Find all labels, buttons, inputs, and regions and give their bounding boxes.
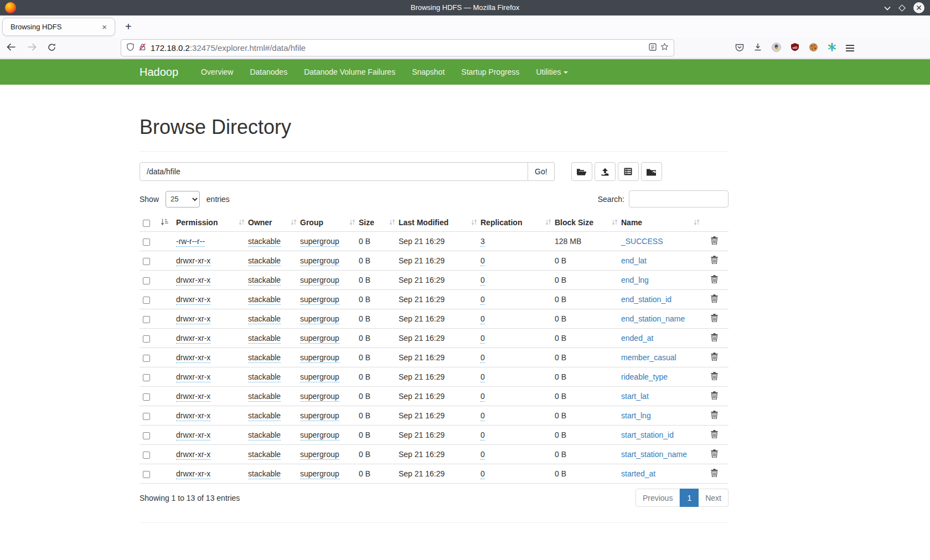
nav-item-datanodes[interactable]: Datanodes [241, 68, 296, 76]
group-cell[interactable]: supergroup [300, 469, 339, 479]
col-block-size[interactable]: Block Size [555, 214, 621, 232]
extension-asterisk-icon[interactable] [828, 43, 836, 54]
set-quota-button[interactable] [618, 162, 639, 181]
file-link[interactable]: start_lng [621, 411, 651, 420]
row-checkbox[interactable] [143, 258, 150, 265]
navbar-brand[interactable]: Hadoop [140, 66, 178, 79]
row-checkbox[interactable] [143, 413, 150, 420]
file-link[interactable]: ended_at [621, 334, 653, 343]
file-link[interactable]: end_lat [621, 256, 647, 265]
owner-cell[interactable]: stackable [248, 353, 281, 363]
file-link[interactable]: end_station_id [621, 295, 671, 304]
window-minimize-icon[interactable] [884, 3, 891, 13]
trash-icon[interactable] [711, 275, 718, 285]
replication-cell[interactable]: 0 [480, 450, 485, 460]
owner-cell[interactable]: stackable [248, 276, 281, 286]
ublock-icon[interactable]: uO [790, 43, 799, 54]
replication-cell[interactable]: 0 [480, 411, 485, 421]
insecure-lock-icon[interactable] [138, 43, 147, 54]
url-bar[interactable]: 172.18.0.2:32475/explorer.html#/data/hfi… [121, 39, 674, 56]
bookmark-star-icon[interactable] [660, 43, 669, 53]
group-cell[interactable]: supergroup [300, 276, 339, 286]
directory-path-input[interactable] [140, 162, 528, 181]
permission-cell[interactable]: -rw-r--r-- [176, 237, 205, 247]
nav-utilities[interactable]: Utilities [528, 68, 576, 76]
select-all-checkbox[interactable] [143, 220, 150, 227]
owner-cell[interactable]: stackable [248, 411, 281, 421]
replication-cell[interactable]: 0 [480, 276, 485, 286]
permission-cell[interactable]: drwxr-xr-x [176, 392, 210, 402]
replication-cell[interactable]: 0 [480, 353, 485, 363]
file-link[interactable]: member_casual [621, 353, 676, 362]
col-size[interactable]: Size [359, 214, 399, 232]
permission-cell[interactable]: drwxr-xr-x [176, 353, 210, 363]
replication-cell[interactable]: 0 [480, 469, 485, 479]
replication-cell[interactable]: 0 [480, 314, 485, 324]
window-close-icon[interactable] [913, 2, 924, 13]
nav-item-snapshot[interactable]: Snapshot [404, 68, 453, 76]
nav-item-startup-progress[interactable]: Startup Progress [453, 68, 528, 76]
group-cell[interactable]: supergroup [300, 431, 339, 440]
sort-active-icon[interactable] [161, 219, 168, 227]
replication-cell[interactable]: 0 [480, 392, 485, 402]
trash-icon[interactable] [711, 294, 718, 304]
back-icon[interactable] [7, 43, 16, 53]
group-cell[interactable]: supergroup [300, 314, 339, 324]
cookie-icon[interactable] [809, 43, 818, 54]
file-link[interactable]: end_station_name [621, 314, 685, 323]
group-cell[interactable]: supergroup [300, 392, 339, 402]
go-button[interactable]: Go! [528, 162, 555, 181]
group-cell[interactable]: supergroup [300, 256, 339, 266]
owner-cell[interactable]: stackable [248, 372, 281, 382]
replication-cell[interactable]: 0 [480, 431, 485, 440]
trash-icon[interactable] [711, 391, 718, 401]
create-directory-button[interactable] [571, 162, 592, 181]
reload-icon[interactable] [48, 43, 56, 54]
file-link[interactable]: started_at [621, 469, 655, 478]
permission-cell[interactable]: drwxr-xr-x [176, 450, 210, 460]
replication-cell[interactable]: 0 [480, 256, 485, 266]
permission-cell[interactable]: drwxr-xr-x [176, 334, 210, 344]
search-input[interactable] [629, 190, 728, 208]
new-tab-button[interactable]: + [122, 20, 135, 33]
pagination-page-1[interactable]: 1 [680, 489, 699, 507]
pagination-next[interactable]: Next [699, 489, 728, 507]
row-checkbox[interactable] [143, 471, 150, 478]
reader-mode-icon[interactable] [649, 43, 657, 53]
forward-icon[interactable] [27, 43, 37, 53]
owner-cell[interactable]: stackable [248, 295, 281, 305]
tracking-shield-icon[interactable] [126, 43, 135, 54]
permission-cell[interactable]: drwxr-xr-x [176, 372, 210, 382]
file-link[interactable]: rideable_type [621, 372, 668, 381]
trash-icon[interactable] [711, 449, 718, 459]
window-maximize-icon[interactable] [898, 4, 906, 12]
trash-icon[interactable] [711, 469, 718, 479]
owner-cell[interactable]: stackable [248, 237, 281, 247]
replication-cell[interactable]: 0 [480, 372, 485, 382]
pocket-icon[interactable] [735, 43, 744, 54]
move-paste-button[interactable] [641, 162, 662, 181]
owner-cell[interactable]: stackable [248, 431, 281, 440]
owner-cell[interactable]: stackable [248, 334, 281, 344]
file-link[interactable]: end_lng [621, 276, 649, 284]
trash-icon[interactable] [711, 256, 718, 266]
file-link[interactable]: start_station_id [621, 431, 674, 439]
group-cell[interactable]: supergroup [300, 372, 339, 382]
file-link[interactable]: start_station_name [621, 450, 687, 459]
col-name[interactable]: Name [621, 214, 703, 232]
owner-cell[interactable]: stackable [248, 450, 281, 460]
col-group[interactable]: Group [300, 214, 359, 232]
trash-icon[interactable] [711, 352, 718, 362]
group-cell[interactable]: supergroup [300, 334, 339, 344]
col-permission[interactable]: Permission [176, 214, 248, 232]
permission-cell[interactable]: drwxr-xr-x [176, 276, 210, 286]
replication-cell[interactable]: 0 [480, 334, 485, 344]
group-cell[interactable]: supergroup [300, 237, 339, 247]
row-checkbox[interactable] [143, 277, 150, 284]
nav-item-datanode-volume-failures[interactable]: Datanode Volume Failures [296, 68, 404, 76]
row-checkbox[interactable] [143, 355, 150, 362]
group-cell[interactable]: supergroup [300, 353, 339, 363]
pagination-previous[interactable]: Previous [636, 489, 680, 507]
col-last-modified[interactable]: Last Modified [399, 214, 480, 232]
row-checkbox[interactable] [143, 335, 150, 343]
